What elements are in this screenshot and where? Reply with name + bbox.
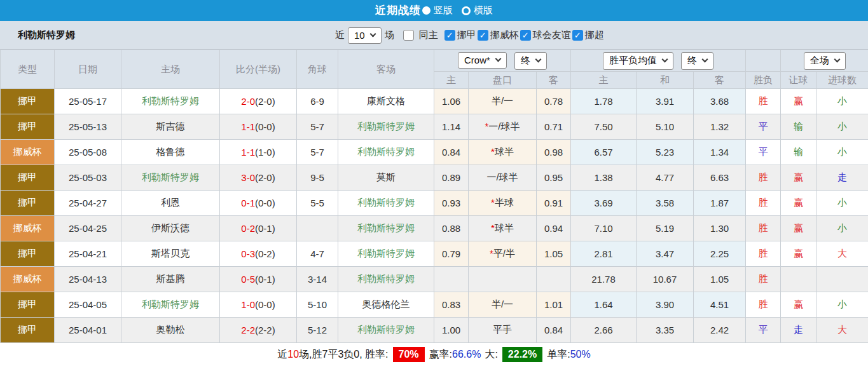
league-label-1[interactable]: 挪威杯 bbox=[490, 29, 519, 41]
horizontal-layout-radio-icon[interactable] bbox=[462, 6, 471, 15]
col-header-score: 比分(半场) bbox=[220, 50, 297, 89]
handicap-result-cell: 赢 bbox=[781, 292, 816, 318]
chevron-down-icon bbox=[495, 56, 501, 62]
type-cell: 挪甲 bbox=[1, 89, 55, 114]
avg-home-cell: 1.38 bbox=[571, 165, 637, 191]
odds-home-cell: 0.84 bbox=[434, 140, 469, 165]
league-label-3[interactable]: 挪超 bbox=[585, 29, 604, 41]
odds-away-cell: 1.05 bbox=[537, 241, 571, 267]
league-checkbox-0[interactable] bbox=[444, 30, 455, 41]
scope-select[interactable]: 全场 bbox=[804, 52, 846, 70]
avg-away-cell: 1.87 bbox=[694, 191, 746, 216]
avg-type-select[interactable]: 胜平负均值 bbox=[603, 52, 673, 70]
odds-away-cell bbox=[537, 267, 571, 292]
col-header-type: 类型 bbox=[1, 50, 55, 89]
type-cell: 挪威杯 bbox=[1, 140, 55, 165]
odds-away-cell: 1.01 bbox=[537, 292, 571, 318]
vertical-layout-label[interactable]: 竖版 bbox=[434, 4, 453, 17]
big-label: 大: bbox=[485, 348, 497, 361]
handicap-cell: *球半 bbox=[469, 140, 537, 165]
corner-cell: 5-7 bbox=[297, 140, 338, 165]
avg-draw-cell: 3.35 bbox=[637, 318, 694, 343]
league-checkbox-3[interactable] bbox=[572, 30, 583, 41]
same-home-label[interactable]: 同主 bbox=[419, 29, 438, 41]
single-rate-label: 单率: bbox=[547, 348, 570, 361]
away-team-cell: 奥德格伦兰 bbox=[338, 292, 434, 318]
win-odds-label: 赢率: bbox=[429, 348, 452, 361]
away-team-cell: 康斯文格 bbox=[338, 89, 434, 114]
recent-count-select[interactable]: 10 bbox=[348, 27, 382, 44]
corner-cell: 3-14 bbox=[297, 267, 338, 292]
date-cell: 25-04-01 bbox=[55, 318, 121, 343]
avg-away-cell: 2.25 bbox=[694, 241, 746, 267]
avg-away-cell: 1.34 bbox=[694, 140, 746, 165]
date-cell: 25-05-03 bbox=[55, 165, 121, 191]
odds-company-select[interactable]: Crow* bbox=[458, 52, 507, 69]
type-cell: 挪甲 bbox=[1, 292, 55, 318]
table-row: 挪甲25-05-13斯吉德1-1(0-0)5-7利勒斯特罗姆1.14*一/球半0… bbox=[1, 114, 868, 140]
handicap-cell: *平/半 bbox=[469, 241, 537, 267]
type-cell: 挪甲 bbox=[1, 191, 55, 216]
corner-cell: 6-9 bbox=[297, 89, 338, 114]
home-team-cell: 奥勒松 bbox=[121, 318, 220, 343]
avg-draw-cell: 10.67 bbox=[637, 267, 694, 292]
avg-draw-cell: 3.47 bbox=[637, 241, 694, 267]
avg-draw-cell: 3.58 bbox=[637, 191, 694, 216]
horizontal-layout-label[interactable]: 横版 bbox=[474, 4, 493, 17]
goals-cell: 走 bbox=[816, 165, 868, 191]
avg-home-cell: 21.78 bbox=[571, 267, 637, 292]
avg-header-group: 胜平负均值 终 bbox=[571, 50, 746, 72]
league-label-0[interactable]: 挪甲 bbox=[457, 29, 476, 41]
vertical-layout-radio-icon[interactable] bbox=[422, 6, 431, 15]
corner-cell: 5-5 bbox=[297, 191, 338, 216]
score-cell: 0-3(0-2) bbox=[220, 241, 297, 267]
single-rate-value: 50% bbox=[570, 349, 591, 360]
summary-bar: 近10场,胜7平3负0, 胜率: 70% 赢率:66.6% 大: 22.2% 单… bbox=[0, 343, 868, 366]
chevron-down-icon bbox=[702, 57, 708, 63]
avg-away-cell: 3.68 bbox=[694, 89, 746, 114]
chevron-down-icon bbox=[535, 57, 542, 63]
away-team-cell: 莫斯 bbox=[338, 165, 434, 191]
handicap-cell: 半/一 bbox=[469, 292, 537, 318]
goals-cell: 小 bbox=[816, 114, 868, 140]
avg-home-cell: 6.57 bbox=[571, 140, 637, 165]
goals-cell: 小 bbox=[816, 191, 868, 216]
page-title: 近期战绩 bbox=[375, 3, 421, 18]
odds-home-cell: 0.89 bbox=[434, 165, 469, 191]
result-cell: 平 bbox=[746, 114, 781, 140]
type-cell: 挪甲 bbox=[1, 318, 55, 343]
league-checkbox-2[interactable] bbox=[520, 30, 531, 41]
avg-home-cell: 1.64 bbox=[571, 292, 637, 318]
date-cell: 25-04-25 bbox=[55, 216, 121, 241]
odds-away-cell: 0.71 bbox=[537, 114, 571, 140]
corner-cell: 4-7 bbox=[297, 241, 338, 267]
away-team-cell: 利勒斯特罗姆 bbox=[338, 318, 434, 343]
avg-time-select[interactable]: 终 bbox=[681, 52, 713, 70]
matches-label: 场 bbox=[385, 29, 394, 41]
home-team-cell: 格鲁德 bbox=[121, 140, 220, 165]
league-label-2[interactable]: 球会友谊 bbox=[533, 29, 571, 41]
avg-home-cell: 3.69 bbox=[571, 191, 637, 216]
avg-draw-cell: 5.10 bbox=[637, 114, 694, 140]
odds-time-select[interactable]: 终 bbox=[514, 52, 547, 70]
type-cell: 挪甲 bbox=[1, 114, 55, 140]
league-checkbox-1[interactable] bbox=[478, 30, 488, 41]
home-team-cell: 利恩 bbox=[121, 191, 220, 216]
goals-cell: 小 bbox=[816, 140, 868, 165]
handicap-result-cell: 赢 bbox=[781, 241, 816, 267]
odds-away-cell: 0.78 bbox=[537, 89, 571, 114]
goals-cell: 小 bbox=[816, 292, 868, 318]
handicap-result-cell: 走 bbox=[781, 318, 816, 343]
same-home-checkbox[interactable] bbox=[403, 30, 414, 41]
score-cell: 3-0(2-0) bbox=[220, 165, 297, 191]
col-header-corner: 角球 bbox=[297, 50, 338, 89]
avg-away-cell: 1.32 bbox=[694, 114, 746, 140]
sub-header-handicap-result: 让球 bbox=[781, 72, 816, 89]
handicap-result-cell: 赢 bbox=[781, 89, 816, 114]
table-row: 挪威杯25-04-25伊斯沃德0-2(0-1)利勒斯特罗姆0.88*球半0.94… bbox=[1, 216, 868, 241]
odds-away-cell: 0.95 bbox=[537, 165, 571, 191]
odds-home-cell: 0.79 bbox=[434, 241, 469, 267]
odds-home-cell: 0.93 bbox=[434, 191, 469, 216]
corner-cell: 5-10 bbox=[297, 292, 338, 318]
avg-away-cell: 1.05 bbox=[694, 267, 746, 292]
